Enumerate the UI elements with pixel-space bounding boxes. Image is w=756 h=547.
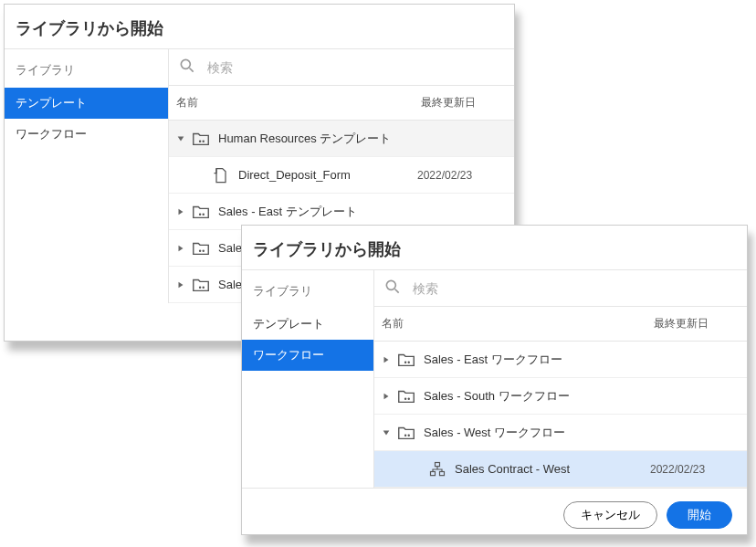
start-button[interactable]: 開始 bbox=[667, 501, 732, 529]
sidebar-heading: ライブラリ bbox=[5, 49, 168, 88]
row-label: Sales - South ワークフロー bbox=[424, 388, 741, 405]
row-label: Direct_Deposit_Form bbox=[238, 168, 417, 182]
sidebar-item-templates[interactable]: テンプレート bbox=[5, 88, 168, 119]
folder-shared-icon bbox=[191, 275, 211, 295]
row-date: 2022/02/23 bbox=[650, 463, 741, 476]
cancel-button[interactable]: キャンセル bbox=[563, 501, 657, 529]
row-label: Sales - West ワークフロー bbox=[424, 425, 741, 441]
document-icon bbox=[211, 165, 231, 185]
library-dialog-workflows: ライブラリから開始 ライブラリ テンプレート ワークフロー 名前 最終更新日 S… bbox=[241, 225, 748, 535]
row-label: Sales - East ワークフロー bbox=[424, 352, 741, 368]
row-sales-contract-west[interactable]: Sales Contract - West 2022/02/23 bbox=[374, 451, 747, 488]
chevron-right-icon[interactable] bbox=[380, 392, 393, 401]
sidebar-item-workflows[interactable]: ワークフロー bbox=[5, 119, 168, 150]
search-bar bbox=[169, 49, 514, 86]
search-icon bbox=[178, 57, 196, 78]
sidebar-item-templates[interactable]: テンプレート bbox=[242, 309, 373, 340]
dialog-footer: キャンセル 開始 bbox=[242, 488, 747, 542]
folder-shared-icon bbox=[191, 202, 211, 222]
search-icon bbox=[383, 278, 402, 299]
dialog-title: ライブラリから開始 bbox=[5, 5, 514, 48]
workflow-icon bbox=[427, 459, 447, 479]
chevron-right-icon[interactable] bbox=[174, 244, 187, 253]
chevron-right-icon[interactable] bbox=[380, 355, 393, 364]
sidebar: ライブラリ テンプレート ワークフロー bbox=[5, 49, 169, 303]
row-direct-deposit[interactable]: Direct_Deposit_Form 2022/02/23 bbox=[169, 157, 514, 194]
folder-shared-icon bbox=[396, 423, 416, 443]
chevron-right-icon[interactable] bbox=[174, 207, 187, 216]
column-headers: 名前 最終更新日 bbox=[374, 307, 747, 342]
col-name[interactable]: 名前 bbox=[374, 307, 646, 341]
folder-shared-icon bbox=[396, 350, 416, 370]
sidebar: ライブラリ テンプレート ワークフロー bbox=[242, 270, 374, 488]
row-label: Human Resources テンプレート bbox=[218, 131, 509, 147]
column-headers: 名前 最終更新日 bbox=[169, 86, 514, 121]
chevron-right-icon[interactable] bbox=[174, 280, 187, 289]
chevron-down-icon[interactable] bbox=[174, 134, 187, 143]
row-sales-south-wf[interactable]: Sales - South ワークフロー bbox=[374, 378, 747, 415]
search-bar bbox=[374, 270, 747, 307]
dialog-title: ライブラリから開始 bbox=[242, 226, 747, 269]
sidebar-item-workflows[interactable]: ワークフロー bbox=[242, 340, 373, 371]
search-input[interactable] bbox=[205, 59, 505, 76]
col-date[interactable]: 最終更新日 bbox=[646, 307, 747, 341]
col-name[interactable]: 名前 bbox=[169, 86, 414, 120]
row-sales-west-wf[interactable]: Sales - West ワークフロー bbox=[374, 415, 747, 451]
folder-shared-icon bbox=[191, 129, 211, 149]
row-hr-templates[interactable]: Human Resources テンプレート bbox=[169, 121, 514, 157]
chevron-down-icon[interactable] bbox=[380, 428, 393, 437]
col-date[interactable]: 最終更新日 bbox=[414, 86, 514, 120]
sidebar-heading: ライブラリ bbox=[242, 270, 373, 309]
row-label: Sales Contract - West bbox=[455, 462, 650, 476]
row-date: 2022/02/23 bbox=[417, 169, 509, 182]
row-sales-east-wf[interactable]: Sales - East ワークフロー bbox=[374, 342, 747, 378]
row-label: Sales - East テンプレート bbox=[218, 204, 509, 220]
search-input[interactable] bbox=[411, 280, 738, 297]
folder-shared-icon bbox=[191, 238, 211, 258]
folder-shared-icon bbox=[396, 386, 416, 406]
